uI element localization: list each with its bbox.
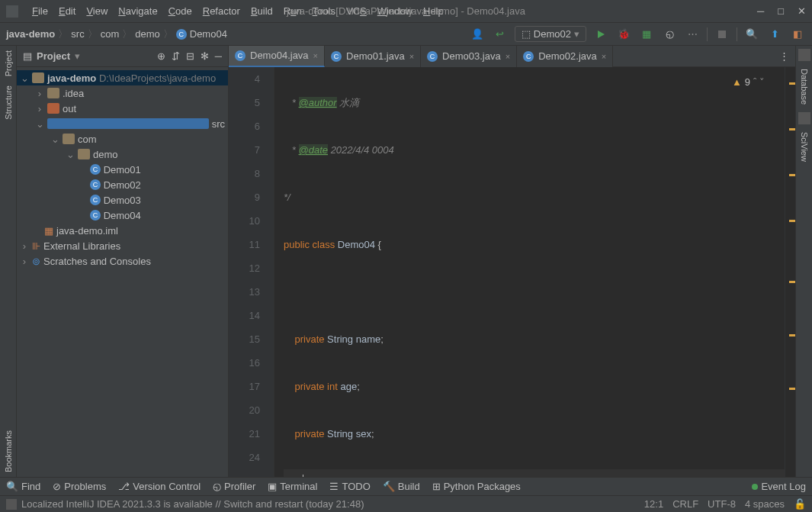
tree-demo[interactable]: ⌄demo	[17, 147, 228, 162]
status-icon[interactable]	[6, 499, 17, 510]
line-separator[interactable]: CRLF	[672, 498, 698, 510]
encoding[interactable]: UTF-8	[708, 498, 736, 510]
minimize-button[interactable]: ─	[757, 5, 764, 17]
menu-build[interactable]: Build	[246, 4, 278, 18]
editor-tabs: C Demo04.java× C Demo01.java× C Demo03.j…	[229, 46, 795, 67]
close-icon[interactable]: ×	[602, 52, 606, 61]
tool-vcs[interactable]: ⎇ Version Control	[118, 481, 201, 492]
breadcrumb-demo[interactable]: demo	[135, 28, 160, 40]
tool-python[interactable]: ⊞ Python Packages	[432, 481, 521, 492]
tab-bookmarks[interactable]: Bookmarks	[2, 426, 14, 477]
nav-bar: java-demo 〉 src 〉 com 〉 demo 〉 C Demo04 …	[0, 23, 812, 46]
tree-scratches[interactable]: ›⊚Scratches and Consoles	[17, 253, 228, 269]
debug-button[interactable]: 🐞	[615, 26, 632, 43]
profile-button[interactable]: ◵	[661, 26, 678, 43]
tab-project[interactable]: Project	[2, 46, 14, 81]
run-config-combo[interactable]: ⬚ Demo02 ▾	[515, 26, 586, 42]
more-run-icon[interactable]: ⋯	[684, 26, 701, 43]
menu-code[interactable]: Code	[164, 4, 197, 18]
select-opened-icon[interactable]: ⊕	[157, 50, 165, 62]
tree-src[interactable]: ⌄src	[17, 116, 228, 131]
tab-sciview[interactable]: SciView	[798, 127, 810, 166]
readonly-icon[interactable]: 🔓	[794, 498, 806, 510]
menu-view[interactable]: View	[82, 4, 112, 18]
sciview-icon[interactable]	[798, 112, 810, 124]
source[interactable]: * @author 水滴 * @date 2022/4/4 0004 */ pu…	[274, 67, 785, 477]
class-icon: C	[176, 29, 187, 40]
error-stripe[interactable]	[785, 67, 795, 477]
update-icon[interactable]: ⬆	[766, 26, 783, 43]
expand-all-icon[interactable]: ⇵	[172, 50, 180, 62]
coverage-button[interactable]: ▦	[638, 26, 655, 43]
tool-todo[interactable]: ☰ TODO	[329, 481, 370, 492]
tree-class-demo04[interactable]: C Demo04	[17, 208, 228, 223]
stop-button[interactable]	[714, 26, 730, 43]
window-title: java-demo [D:\IdeaProjects\java-demo] - …	[287, 5, 525, 17]
breadcrumb-root[interactable]: java-demo	[6, 28, 55, 40]
tree-com[interactable]: ⌄com	[17, 131, 228, 147]
add-user-icon[interactable]: 👤	[469, 26, 486, 43]
event-log[interactable]: Event Log	[752, 481, 806, 492]
tool-profiler[interactable]: ◵ Profiler	[213, 481, 255, 492]
back-icon[interactable]: ↩	[492, 26, 509, 43]
svg-rect-1	[718, 31, 726, 38]
caret-position[interactable]: 12:1	[644, 498, 663, 510]
close-icon[interactable]: ×	[505, 52, 510, 61]
code-area[interactable]: ▲ 9 ˆ ˅ 456789101112131415161720212425 *…	[229, 67, 795, 477]
maximize-button[interactable]: □	[778, 5, 784, 17]
tree-idea[interactable]: ›.idea	[17, 85, 228, 101]
tree-iml[interactable]: ▦java-demo.iml	[17, 223, 228, 238]
breadcrumb-src[interactable]: src	[71, 28, 84, 40]
close-button[interactable]: ✕	[798, 5, 806, 17]
collapse-all-icon[interactable]: ⊟	[186, 50, 194, 62]
search-icon[interactable]: 🔍	[743, 26, 760, 43]
menu-file[interactable]: File	[27, 4, 53, 18]
tree-class-demo03[interactable]: C Demo03	[17, 192, 228, 208]
settings-icon[interactable]: ✻	[201, 50, 209, 62]
left-toolwindow-strip: Project Structure Bookmarks	[0, 46, 17, 477]
breadcrumb-com[interactable]: com	[101, 28, 120, 40]
tool-window-bar: 🔍 Find ⊘ Problems ⎇ Version Control ◵ Pr…	[0, 477, 812, 495]
menu-edit[interactable]: Edit	[54, 4, 80, 18]
run-config-label: Demo02	[534, 28, 571, 40]
tab-structure[interactable]: Structure	[2, 81, 14, 124]
event-dot-icon	[752, 484, 758, 490]
tree-class-demo01[interactable]: C Demo01	[17, 162, 228, 177]
gutter: 456789101112131415161720212425	[229, 67, 274, 477]
project-view-icon: ▤	[23, 50, 32, 62]
title-bar: File Edit View Navigate Code Refactor Bu…	[0, 0, 812, 23]
editor: C Demo04.java× C Demo01.java× C Demo03.j…	[229, 46, 795, 477]
svg-marker-0	[598, 31, 605, 38]
tab-demo01[interactable]: C Demo01.java×	[325, 46, 421, 67]
breadcrumb-class[interactable]: Demo04	[190, 28, 227, 40]
tool-terminal[interactable]: ▣ Terminal	[268, 481, 317, 492]
project-tree: ⌄ java-demo D:\IdeaProjects\java-demo ›.…	[17, 67, 228, 477]
project-panel: ▤ Project ▾ ⊕ ⇵ ⊟ ✻ ─ ⌄ java-demo D:\Ide…	[17, 46, 229, 477]
status-message: Localized IntelliJ IDEA 2021.3.3 is avai…	[21, 498, 364, 510]
tab-demo03[interactable]: C Demo03.java×	[421, 46, 517, 67]
database-icon[interactable]	[798, 49, 810, 61]
tabs-more-icon[interactable]: ⋮	[773, 50, 795, 62]
tree-out[interactable]: ›out	[17, 101, 228, 116]
tool-problems[interactable]: ⊘ Problems	[53, 481, 106, 492]
indent[interactable]: 4 spaces	[745, 498, 785, 510]
run-button[interactable]	[592, 26, 609, 43]
tool-find[interactable]: 🔍 Find	[6, 481, 40, 492]
close-icon[interactable]: ×	[409, 52, 414, 61]
menu-refactor[interactable]: Refactor	[198, 4, 245, 18]
project-title: Project	[37, 50, 70, 62]
menu-navigate[interactable]: Navigate	[114, 4, 162, 18]
breadcrumb: java-demo 〉 src 〉 com 〉 demo 〉 C Demo04	[6, 27, 227, 41]
ide-icon[interactable]: ◧	[789, 26, 806, 43]
tree-class-demo02[interactable]: C Demo02	[17, 177, 228, 192]
status-bar: Localized IntelliJ IDEA 2021.3.3 is avai…	[0, 495, 812, 512]
app-logo-icon	[6, 5, 18, 18]
hide-icon[interactable]: ─	[215, 50, 222, 62]
tab-demo04[interactable]: C Demo04.java×	[229, 46, 325, 67]
tab-database[interactable]: Database	[798, 64, 810, 109]
tree-external-libs[interactable]: ›⊪External Libraries	[17, 238, 228, 253]
tree-root[interactable]: ⌄ java-demo D:\IdeaProjects\java-demo	[17, 70, 228, 85]
tool-build[interactable]: 🔨 Build	[383, 481, 420, 492]
tab-demo02[interactable]: C Demo02.java×	[517, 46, 613, 67]
close-icon[interactable]: ×	[313, 51, 318, 60]
